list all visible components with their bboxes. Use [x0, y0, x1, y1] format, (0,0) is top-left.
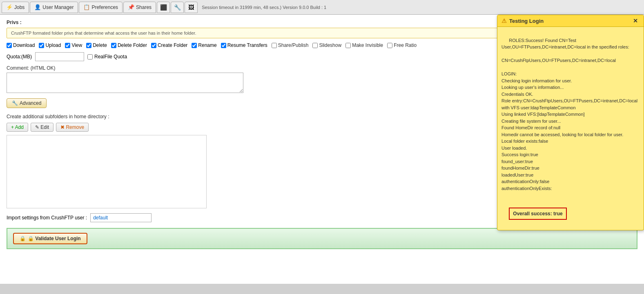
remove-subfolder-button[interactable]: ✖ Remove [56, 123, 89, 132]
checkbox-create-folder[interactable]: Create Folder [151, 42, 187, 48]
top-nav-bar: ⚡ Jobs 👤 User Manager 📋 Preferences 📌 Sh… [0, 0, 644, 15]
checkbox-download[interactable]: Download [7, 42, 35, 48]
popup-title: ⚠ Testing Login [501, 18, 544, 24]
session-info: Session timeout in 31999 min, 48 secs.) … [198, 5, 330, 10]
tab-preferences[interactable]: 📋 Preferences [79, 2, 123, 13]
checkbox-delete[interactable]: Delete [86, 42, 107, 48]
checkbox-resume-transfers[interactable]: Resume Transfers [221, 42, 267, 48]
user-manager-icon: 👤 [34, 4, 41, 10]
checkbox-rename[interactable]: Rename [192, 42, 216, 48]
realfile-quota-label[interactable]: RealFile Quota [87, 54, 127, 60]
tab-user-manager[interactable]: 👤 User Manager [30, 2, 78, 13]
overall-success-box: Overall success: true [509, 208, 566, 220]
main-content: Privs : CrushFTP formated folder privs t… [0, 15, 644, 284]
checkbox-delete-folder[interactable]: Delete Folder [111, 42, 147, 48]
validate-section: 🔒 🔒 Validate User Login [7, 228, 637, 249]
tab-icon-1[interactable]: ⬛ [157, 2, 170, 13]
testing-login-popup: ⚠ Testing Login ✕ ROLES:Success! Found C… [497, 15, 644, 230]
quota-label: Quota:(MB) [7, 54, 32, 60]
popup-close-button[interactable]: ✕ [631, 18, 640, 24]
square-icon: ⬛ [160, 4, 167, 11]
popup-header: ⚠ Testing Login ✕ [497, 15, 644, 27]
import-label: Import settings from CrushFTP user : [7, 215, 87, 221]
checkbox-free-ratio[interactable]: Free Ratio [387, 42, 417, 48]
advanced-button[interactable]: 🔧 Advanced [7, 98, 47, 108]
add-subfolder-button[interactable]: + Add [7, 123, 28, 132]
shares-icon: 📌 [128, 4, 134, 10]
checkbox-upload[interactable]: Upload [39, 42, 61, 48]
preferences-icon: 📋 [83, 4, 90, 10]
tool-icon: 🔧 [174, 4, 181, 11]
quota-input[interactable] [35, 52, 84, 61]
image-icon: 🖼 [188, 4, 194, 11]
advanced-icon: 🔧 [12, 100, 18, 106]
validate-button[interactable]: 🔒 🔒 Validate User Login [13, 233, 87, 244]
popup-body: ROLES:Success! Found CN=Test User,OU=FTP… [497, 27, 644, 230]
checkbox-slideshow[interactable]: Slideshow [312, 42, 341, 48]
subfolders-area [7, 135, 207, 208]
lock-icon: 🔒 [20, 236, 26, 241]
tab-jobs[interactable]: ⚡ Jobs [2, 2, 29, 13]
import-input[interactable] [90, 213, 152, 222]
edit-subfolder-button[interactable]: ✎ Edit [31, 123, 53, 132]
tab-icon-2[interactable]: 🔧 [171, 2, 184, 13]
tab-icon-3[interactable]: 🖼 [185, 2, 198, 13]
jobs-icon: ⚡ [6, 4, 13, 10]
tab-shares[interactable]: 📌 Shares [123, 2, 156, 13]
checkbox-view[interactable]: View [65, 42, 82, 48]
checkbox-make-invisible[interactable]: Make Invisible [345, 42, 383, 48]
comment-textarea[interactable] [7, 73, 243, 93]
warning-icon: ⚠ [501, 18, 507, 24]
checkbox-share-publish[interactable]: Share/Publish [272, 42, 309, 48]
